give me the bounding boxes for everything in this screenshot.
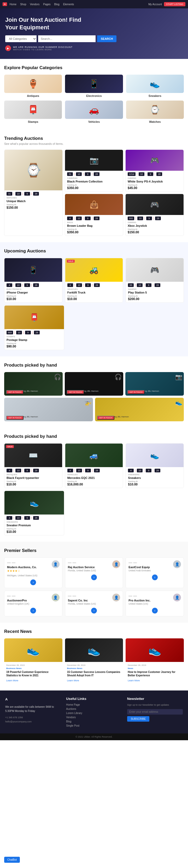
category-stamps[interactable]: 📮 Stamps [4, 100, 62, 123]
nav-links: Home Shop Vendors Pages Blog Elements [10, 3, 74, 6]
news-link-1[interactable]: Learn More [6, 679, 18, 682]
footer-links: Home Page Auctions Lorem Library Vendors… [66, 703, 122, 727]
footer-link-auctions[interactable]: Auctions [66, 708, 122, 710]
banner-cta-5[interactable]: GET IN TOUCH [97, 416, 114, 420]
upcoming-auctions-section: Upcoming Auctions 📱 4: 10: 9: 28 Electro… [0, 242, 188, 356]
products-banner-row1: 🎧 Headphone Trending JBL Harmon GET IN T… [4, 372, 184, 396]
auction-forklift[interactable]: SALE 🚜 4: 10: 9: 28 Vehicles Forklift Tr… [65, 258, 123, 303]
navbar: A Home Shop Vendors Pages Blog Elements … [0, 0, 188, 8]
products-banner-title: Products picked by hand [4, 363, 184, 368]
auction-sneakers-white[interactable]: 👟 4: 10: 9: 28 Sneakers Sneakers Startin… [125, 443, 184, 488]
category-antiques[interactable]: 🏺 Antiques [4, 74, 62, 97]
hero-search-bar: All Categories SEARCH [5, 35, 183, 42]
seller-avatar-pro-auction: 👤 [173, 594, 181, 601]
nav-blog[interactable]: Blog [54, 3, 60, 6]
news-grid: 👟 December 28, 2019 Business News 19 Pow… [4, 639, 184, 684]
banner-cta-4[interactable]: GET IN TOUCH [6, 416, 24, 420]
footer-link-lorem[interactable]: Lorem Library [66, 712, 122, 715]
hero-title: Join Our Next Auction! Find Your Equipme… [5, 16, 83, 31]
upcoming-grid: 📱 4: 10: 9: 28 Electronics iPhone Charge… [4, 258, 184, 303]
sellers-title: Premier Sellers [4, 548, 184, 553]
nav-logo: A [3, 2, 7, 6]
seller-raj-auction[interactable]: — — Raj Auction Service Florida, United … [65, 557, 123, 588]
banner-item-4[interactable]: 🚁 Headphone Trending JBL Harmon GET IN T… [4, 398, 93, 421]
seller-arrow-pro-auction[interactable]: › [152, 608, 158, 614]
auction-white-sony[interactable]: 🎮 1214: 10: 9: 28 Gaming White Sony PS-4… [125, 150, 184, 192]
footer-link-single-post[interactable]: Single Post [66, 724, 122, 727]
banner-item-1[interactable]: 🎧 Headphone Trending JBL Harmon GET IN T… [4, 372, 63, 396]
category-select[interactable]: All Categories [5, 35, 37, 42]
news-item-2[interactable]: 👟 December 28, 2019 Business News 15 Cus… [65, 639, 123, 684]
auction-unique-watch[interactable]: ⌚ 31: 10: 9: 28 Watches Unique Watch Sta… [4, 150, 63, 236]
news-link-3[interactable]: Learn More [128, 679, 140, 682]
newsletter-subscribe-button[interactable]: SUBSCRIBE [127, 716, 150, 722]
seller-avatar-auctioneerpro: 👤 [52, 594, 60, 601]
category-electronics[interactable]: 📱 Electronics [65, 74, 123, 97]
seller-avatar-eastcost: 👤 [173, 560, 181, 568]
premier-sellers-section: Premier Sellers — — Modern Auctions, Co.… [0, 542, 188, 623]
seller-avatar-sapent: 👤 [112, 594, 120, 601]
seller-arrow-sapent[interactable]: › [91, 608, 97, 614]
banner-cta-1[interactable]: GET IN TOUCH [6, 390, 24, 394]
banner-item-3[interactable]: 📷 Headphone Trending JBL Harmon GET IN T… [125, 372, 184, 396]
seller-pro-auction[interactable]: — — Pro Auction Inc. United States (US) … [125, 591, 184, 616]
newsletter-input[interactable] [127, 709, 183, 715]
trending-title: Trending Auctions [4, 136, 184, 141]
auction-ps5[interactable]: 🎮 65: 10: 9: 28 Gaming Play Station 5 St… [125, 258, 184, 303]
category-watches[interactable]: ⌚ Watches [126, 100, 184, 123]
banner-cta-2[interactable]: GET IN TOUCH [67, 390, 84, 394]
hero-video-bar: ▶ WE ARE RUNNING OUR SUMMER DISCOUNT WAT… [5, 45, 183, 51]
products-banner-section: Products picked by hand 🎧 Headphone Tren… [0, 356, 188, 428]
trending-auctions-section: Trending Auctions See what's popular acr… [0, 130, 188, 242]
footer-link-home[interactable]: Home Page [66, 703, 122, 706]
nav-right: My Account START LISTING [148, 2, 185, 6]
seller-arrow-auctioneerpro[interactable]: › [30, 608, 36, 614]
nav-pages[interactable]: Pages [43, 3, 50, 6]
footer-brand: A We are available for calls between 9AM… [5, 697, 61, 727]
nav-vendors[interactable]: Vendors [30, 3, 40, 6]
seller-auctioneerpro[interactable]: — — AuctioneerPro United Kingdom (UK) 👤 … [4, 591, 63, 616]
seller-arrow-modern[interactable]: › [30, 580, 36, 585]
footer-link-vendors[interactable]: Vendors [66, 716, 122, 719]
sellers-grid: — — Modern Auctions, Co. ★★★★☆ Michigan,… [4, 557, 184, 616]
auction-mercedes[interactable]: 🚙 4: 10: 9: 28 Vehicles Mercedes EQC 202… [65, 443, 123, 488]
seller-arrow-raj[interactable]: › [91, 575, 97, 580]
auction-iphone-charger[interactable]: 📱 4: 10: 9: 28 Electronics iPhone Charge… [4, 258, 63, 303]
seller-eastcost[interactable]: — — EastCost Equip United Arab Emirates … [125, 557, 184, 588]
auction-black-collection[interactable]: 📷 31: 10: 9: 28 Cameras Black Premium Co… [65, 150, 123, 192]
popular-categories-title: Explore Popular Categories [4, 65, 184, 70]
footer-link-blog[interactable]: Blog [66, 720, 122, 723]
auction-postage-stamp[interactable]: 📮 869: 10: 9: 28 Stamps Postage Stamp St… [4, 305, 64, 350]
categories-grid: 🏺 Antiques 📱 Electronics 👟 Sneakers 📮 St… [4, 74, 184, 123]
start-listing-button[interactable]: START LISTING [164, 2, 185, 6]
nav-shop[interactable]: Shop [20, 3, 26, 6]
search-button[interactable]: SEARCH [97, 35, 116, 42]
auction-brown-bag[interactable]: 👜 4: 10: 9: 28 Bags Brown Leader Bag Sta… [65, 194, 123, 236]
nav-elements[interactable]: Elements [63, 3, 74, 6]
category-vehicles[interactable]: 🚗 Vehicles [65, 100, 123, 123]
auction-sneaker-premium[interactable]: 👟 4: 10: 9: 28 Sneakers Sneaker Premium … [4, 491, 64, 535]
category-sneakers[interactable]: 👟 Sneakers [126, 74, 184, 97]
seller-arrow-eastcost[interactable]: › [152, 575, 158, 580]
nav-my-account[interactable]: My Account [148, 3, 162, 6]
news-link-2[interactable]: Learn More [67, 679, 79, 682]
products-hand-grid: SALE ⌨️ 4: 10: 9: 28 Antiques Black Fayo… [4, 443, 184, 488]
news-title: Recent News [4, 629, 184, 634]
trending-subtitle: See what's popular across thousands of i… [4, 142, 184, 145]
news-item-1[interactable]: 👟 December 28, 2019 Business News 19 Pow… [4, 639, 63, 684]
banner-item-5[interactable]: 👟 Headphone Trending JBL Harmon GET IN T… [95, 398, 184, 421]
products-hand-section: Products picked by hand SALE ⌨️ 4: 10: 9… [0, 428, 188, 542]
footer-links-section: Useful Links Home Page Auctions Lorem Li… [66, 697, 122, 727]
banner-item-2[interactable]: 🎧 Headphone Trending JBL Harmon GET IN T… [65, 372, 123, 396]
auction-typewriter[interactable]: SALE ⌨️ 4: 10: 9: 28 Antiques Black Fayo… [4, 443, 63, 488]
nav-home[interactable]: Home [10, 3, 17, 6]
seller-sapent[interactable]: — — Sapent Co. Inc Florida, United State… [65, 591, 123, 616]
banner-cta-3[interactable]: GET IN TOUCH [127, 390, 145, 394]
hero-section: Join Our Next Auction! Find Your Equipme… [0, 8, 188, 59]
products-banner-row2: 🚁 Headphone Trending JBL Harmon GET IN T… [4, 398, 184, 421]
play-icon[interactable]: ▶ [5, 45, 11, 51]
seller-modern-auctions[interactable]: — — Modern Auctions, Co. ★★★★☆ Michigan,… [4, 557, 63, 588]
search-input[interactable] [38, 35, 96, 42]
news-item-3[interactable]: 👟 December 28, 2019 News How to Improve … [125, 639, 184, 684]
auction-xbox[interactable]: 🎮 900: 10: 9: 28 Gaming Xbox Joystick St… [125, 194, 184, 236]
